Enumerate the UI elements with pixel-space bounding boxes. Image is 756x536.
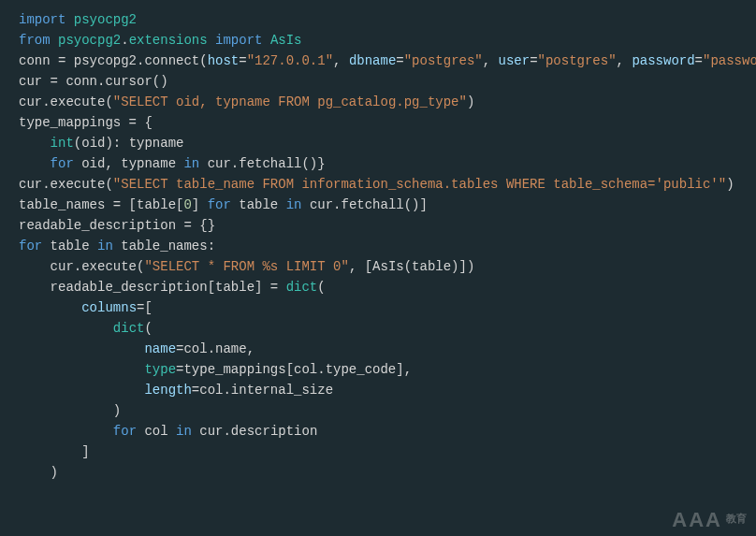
token-txt: = [396, 53, 403, 68]
token-var: name [144, 341, 176, 356]
token-str: "SELECT table_name FROM information_sche… [113, 177, 726, 192]
token-var: host [208, 53, 240, 68]
code-line: name=col.name, [19, 339, 756, 359]
token-txt: cur.fetchall()] [310, 197, 428, 212]
token-txt: ) [467, 94, 474, 109]
token-num: 0 [183, 197, 191, 212]
token-txt: table_names = [table[ [19, 197, 183, 212]
token-lib: psyocpg2 [58, 33, 121, 48]
token-txt: =col.name, [176, 341, 254, 356]
token-kw: for [51, 156, 82, 171]
token-var: columns [81, 300, 137, 315]
token-kw: in [97, 239, 121, 254]
token-var: dbname [349, 53, 396, 68]
token-kw: for [19, 239, 51, 254]
token-txt: ( [144, 321, 152, 336]
token-txt: ] [81, 444, 89, 459]
token-txt: =[ [137, 300, 153, 315]
token-txt: cur.description [199, 424, 317, 439]
token-txt: = [695, 53, 703, 68]
watermark-main: AAA [672, 510, 722, 530]
token-str: "SELECT * FROM %s LIMIT 0" [144, 259, 348, 274]
token-txt: table_names: [121, 239, 215, 254]
code-line: dict( [19, 318, 756, 339]
token-txt: (oid): typname [74, 136, 184, 151]
token-kw: from [19, 33, 58, 48]
token-txt: , [333, 53, 349, 68]
token-txt: oid, typname [81, 156, 183, 171]
token-txt: ) [726, 177, 734, 192]
token-str: "SELECT oid, typname FROM pg_catalog.pg_… [113, 94, 467, 109]
token-txt: type_mappings = { [19, 115, 153, 130]
token-kw: import [215, 33, 270, 48]
token-txt: col [144, 424, 176, 439]
token-txt: table [239, 197, 285, 212]
token-str: "password" [703, 53, 756, 68]
code-line: ) [19, 462, 756, 483]
code-line: readable_description = {} [19, 215, 756, 236]
token-lib: psyocpg2 [74, 12, 137, 27]
code-line: from psyocpg2.extensions import AsIs [19, 30, 756, 51]
token-txt: cur.execute( [19, 94, 113, 109]
code-line: cur.execute("SELECT * FROM %s LIMIT 0", … [19, 256, 756, 277]
code-line: for oid, typname in cur.fetchall()} [19, 153, 756, 174]
token-kw: in [286, 197, 310, 212]
code-line: length=col.internal_size [19, 380, 756, 400]
token-lib: dict [113, 321, 145, 336]
code-line: for col in cur.description [19, 421, 756, 442]
token-kw: in [176, 424, 199, 439]
token-txt: ] [192, 197, 208, 212]
code-line: ] [19, 442, 756, 462]
token-lib: AsIs [270, 33, 302, 48]
token-txt: cur.execute( [51, 259, 145, 274]
token-txt: readable_description[table] = [51, 280, 286, 295]
code-line: columns=[ [19, 297, 756, 318]
token-var: length [144, 383, 191, 398]
token-lib: int [51, 136, 74, 151]
code-line: cur.execute("SELECT table_name FROM info… [19, 174, 756, 195]
token-kw: for [208, 197, 240, 212]
token-txt: , [AsIs(table)]) [349, 259, 474, 274]
token-txt: =col.internal_size [192, 383, 333, 398]
token-lib: type [144, 362, 176, 377]
token-str: "postgres" [538, 53, 617, 68]
token-txt: cur.fetchall()} [208, 156, 326, 171]
token-str: "127.0.0.1" [247, 53, 333, 68]
code-line: ) [19, 400, 756, 421]
code-line: conn = psycopg2.connect(host="127.0.0.1"… [19, 51, 756, 71]
token-txt: cur.execute( [19, 177, 113, 192]
token-lib: extensions [129, 33, 215, 48]
watermark-sub: 教育 [726, 508, 747, 529]
token-txt: table [51, 239, 97, 254]
token-txt: , [483, 53, 499, 68]
token-txt: . [121, 33, 128, 48]
token-txt: =type_mappings[col.type_code], [176, 362, 412, 377]
token-txt: conn = psycopg2.connect( [19, 53, 208, 68]
token-txt: ) [51, 465, 58, 480]
code-line: type=type_mappings[col.type_code], [19, 359, 756, 380]
code-line: import psyocpg2 [19, 9, 756, 30]
token-txt: , [617, 53, 632, 68]
token-txt: ) [113, 403, 121, 418]
code-line: readable_description[table] = dict( [19, 277, 756, 297]
token-txt: ( [317, 280, 325, 295]
token-kw: in [183, 156, 207, 171]
token-var: user [499, 53, 531, 68]
code-line: cur = conn.cursor() [19, 71, 756, 92]
token-kw: import [19, 12, 74, 27]
code-block: import psyocpg2from psyocpg2.extensions … [0, 0, 756, 492]
token-lib: dict [286, 280, 318, 295]
watermark: AAA 教育 [672, 508, 747, 530]
token-txt: cur = conn.cursor() [19, 74, 168, 89]
code-line: type_mappings = { [19, 112, 756, 133]
code-line: table_names = [table[0] for table in cur… [19, 195, 756, 215]
token-var: password [632, 53, 694, 68]
code-line: for table in table_names: [19, 236, 756, 256]
code-line: int(oid): typname [19, 133, 756, 153]
code-line: cur.execute("SELECT oid, typname FROM pg… [19, 92, 756, 112]
token-txt: = [239, 53, 246, 68]
token-str: "postgres" [404, 53, 483, 68]
token-txt: = [530, 53, 537, 68]
token-kw: for [113, 424, 145, 439]
token-txt: readable_description = {} [19, 218, 215, 233]
